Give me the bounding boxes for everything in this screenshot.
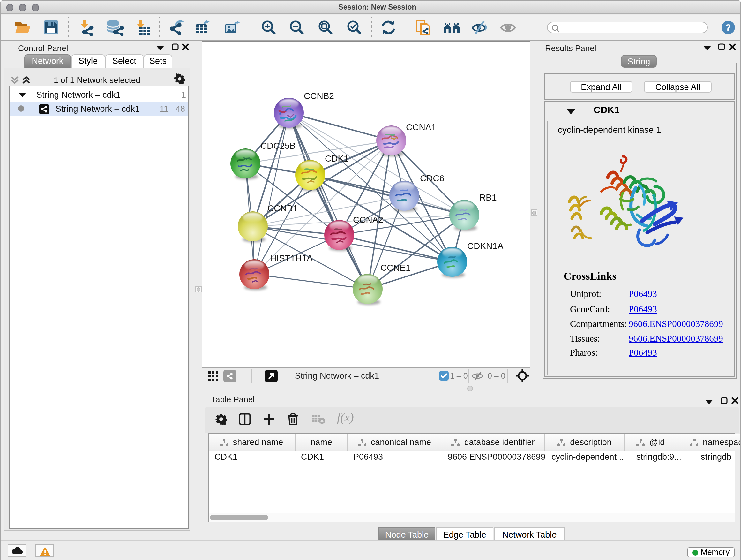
svg-text:CCNA2: CCNA2: [353, 215, 383, 225]
svg-text:HIST1H1A: HIST1H1A: [270, 253, 313, 263]
svg-text:CDK1: CDK1: [325, 153, 349, 164]
svg-text:CDKN1A: CDKN1A: [467, 241, 503, 251]
svg-text:CCNB1: CCNB1: [267, 203, 298, 213]
svg-text:RB1: RB1: [479, 192, 496, 202]
svg-text:CDC25B: CDC25B: [260, 141, 295, 151]
svg-text:CCNA1: CCNA1: [406, 122, 436, 132]
svg-text:CDC6: CDC6: [420, 173, 444, 183]
svg-text:CCNB2: CCNB2: [304, 91, 334, 101]
svg-text:?: ?: [725, 22, 731, 33]
svg-text:CCNE1: CCNE1: [381, 263, 411, 273]
